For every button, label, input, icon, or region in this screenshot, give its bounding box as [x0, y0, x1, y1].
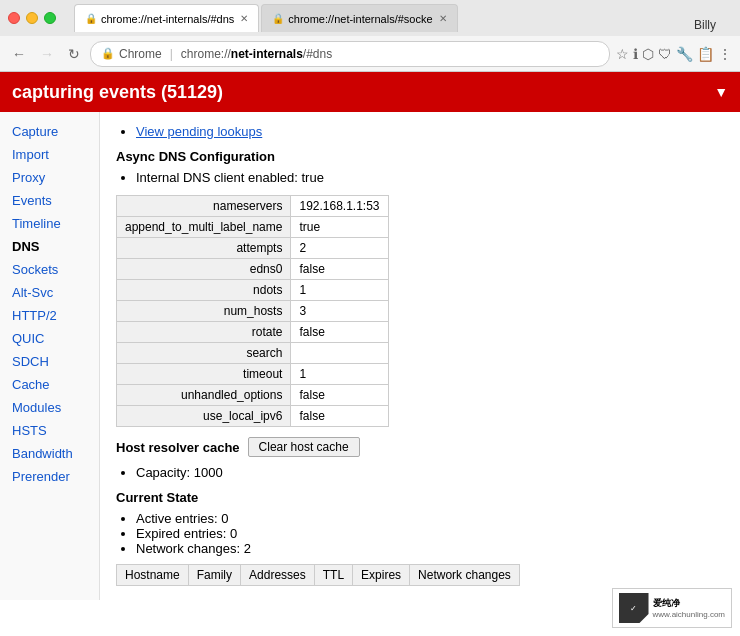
dns-key: rotate	[117, 322, 291, 343]
address-host: net-internals	[231, 47, 303, 61]
ext2-icon[interactable]: 🛡	[658, 46, 672, 62]
sidebar-item-dns[interactable]: DNS	[0, 235, 99, 258]
table-header: Hostname	[117, 565, 189, 586]
content-area: View pending lookups Async DNS Configura…	[100, 112, 740, 600]
table-row: rotatefalse	[117, 322, 389, 343]
table-row: search	[117, 343, 389, 364]
dns-key: search	[117, 343, 291, 364]
table-row: use_local_ipv6false	[117, 406, 389, 427]
state-table: HostnameFamilyAddressesTTLExpiresNetwork…	[116, 564, 520, 586]
table-header: TTL	[314, 565, 352, 586]
ext3-icon[interactable]: 🔧	[676, 46, 693, 62]
pending-lookups-link[interactable]: View pending lookups	[136, 124, 262, 139]
star-icon[interactable]: ☆	[616, 46, 629, 62]
sidebar-item-cache[interactable]: Cache	[0, 373, 99, 396]
sidebar-item-bandwidth[interactable]: Bandwidth	[0, 442, 99, 465]
table-header: Family	[188, 565, 240, 586]
dns-value: true	[291, 217, 388, 238]
list-item: Expired entries: 0	[136, 526, 724, 541]
tab-dns-close[interactable]: ✕	[240, 13, 248, 24]
watermark: ✓ 爱纯净 www.aichunling.com	[612, 588, 732, 628]
sidebar-item-timeline[interactable]: Timeline	[0, 212, 99, 235]
watermark-url: www.aichunling.com	[653, 610, 725, 619]
ext4-icon[interactable]: 📋	[697, 46, 714, 62]
sidebar-item-import[interactable]: Import	[0, 143, 99, 166]
sidebar-item-modules[interactable]: Modules	[0, 396, 99, 419]
reload-button[interactable]: ↻	[64, 44, 84, 64]
sidebar-item-http-2[interactable]: HTTP/2	[0, 304, 99, 327]
dns-key: attempts	[117, 238, 291, 259]
forward-button[interactable]: →	[36, 44, 58, 64]
user-name: Billy	[686, 18, 724, 32]
dns-value: 192.168.1.1:53	[291, 196, 388, 217]
dns-key: nameservers	[117, 196, 291, 217]
list-item: Network changes: 2	[136, 541, 724, 556]
host-resolver-label: Host resolver cache	[116, 440, 240, 455]
address-path: /#dns	[303, 47, 332, 61]
dns-key: append_to_multi_label_name	[117, 217, 291, 238]
table-row: timeout1	[117, 364, 389, 385]
close-button[interactable]	[8, 12, 20, 24]
dns-value: 1	[291, 364, 388, 385]
minimize-button[interactable]	[26, 12, 38, 24]
tab-sockets-close[interactable]: ✕	[439, 13, 447, 24]
sidebar-item-prerender[interactable]: Prerender	[0, 465, 99, 488]
tab-sockets[interactable]: 🔒 chrome://net-internals/#socke ✕	[261, 4, 457, 32]
sidebar: CaptureImportProxyEventsTimelineDNSSocke…	[0, 112, 100, 600]
dns-config-table: nameservers192.168.1.1:53append_to_multi…	[116, 195, 389, 427]
address-full: chrome://net-internals/#dns	[181, 47, 332, 61]
table-header: Addresses	[241, 565, 315, 586]
table-row: append_to_multi_label_nametrue	[117, 217, 389, 238]
ext1-icon[interactable]: ⬡	[642, 46, 654, 62]
dns-key: unhandled_options	[117, 385, 291, 406]
dns-key: ndots	[117, 280, 291, 301]
table-row: edns0false	[117, 259, 389, 280]
sidebar-item-events[interactable]: Events	[0, 189, 99, 212]
capturing-bar: capturing events (51129) ▼	[0, 72, 740, 112]
list-item: Active entries: 0	[136, 511, 724, 526]
table-row: attempts2	[117, 238, 389, 259]
table-header: Expires	[353, 565, 410, 586]
dns-key: num_hosts	[117, 301, 291, 322]
capturing-title: capturing events (51129)	[12, 82, 223, 103]
sidebar-item-sockets[interactable]: Sockets	[0, 258, 99, 281]
sidebar-item-quic[interactable]: QUIC	[0, 327, 99, 350]
dns-value: 1	[291, 280, 388, 301]
maximize-button[interactable]	[44, 12, 56, 24]
sidebar-item-sdch[interactable]: SDCH	[0, 350, 99, 373]
sidebar-item-alt-svc[interactable]: Alt-Svc	[0, 281, 99, 304]
dns-value: false	[291, 385, 388, 406]
address-separator: |	[170, 47, 173, 61]
lock-icon-2: 🔒	[272, 13, 284, 24]
secure-icon: 🔒	[101, 47, 115, 60]
table-row: unhandled_optionsfalse	[117, 385, 389, 406]
sidebar-item-proxy[interactable]: Proxy	[0, 166, 99, 189]
clear-host-cache-button[interactable]: Clear host cache	[248, 437, 360, 457]
dns-value	[291, 343, 388, 364]
async-dns-title: Async DNS Configuration	[116, 149, 724, 164]
dns-value: false	[291, 259, 388, 280]
back-button[interactable]: ←	[8, 44, 30, 64]
address-bar[interactable]: 🔒 Chrome | chrome://net-internals/#dns	[90, 41, 610, 67]
sidebar-item-hsts[interactable]: HSTS	[0, 419, 99, 442]
table-row: num_hosts3	[117, 301, 389, 322]
table-row: ndots1	[117, 280, 389, 301]
lock-icon: 🔒	[85, 13, 97, 24]
host-resolver-row: Host resolver cache Clear host cache	[116, 437, 724, 457]
tab-sockets-title: chrome://net-internals/#socke	[288, 13, 432, 25]
address-scheme: Chrome	[119, 47, 162, 61]
info-icon[interactable]: ℹ	[633, 46, 638, 62]
capturing-arrow[interactable]: ▼	[714, 84, 728, 100]
capacity-text: Capacity: 1000	[136, 465, 223, 480]
internal-dns-text: Internal DNS client enabled: true	[136, 170, 324, 185]
sidebar-item-capture[interactable]: Capture	[0, 120, 99, 143]
table-header: Network changes	[410, 565, 520, 586]
tab-dns-title: chrome://net-internals/#dns	[101, 13, 234, 25]
dns-key: edns0	[117, 259, 291, 280]
table-row: nameservers192.168.1.1:53	[117, 196, 389, 217]
dns-key: use_local_ipv6	[117, 406, 291, 427]
tab-dns[interactable]: 🔒 chrome://net-internals/#dns ✕	[74, 4, 259, 32]
menu-icon[interactable]: ⋮	[718, 46, 732, 62]
dns-key: timeout	[117, 364, 291, 385]
watermark-logo: 爱纯净	[653, 597, 725, 610]
